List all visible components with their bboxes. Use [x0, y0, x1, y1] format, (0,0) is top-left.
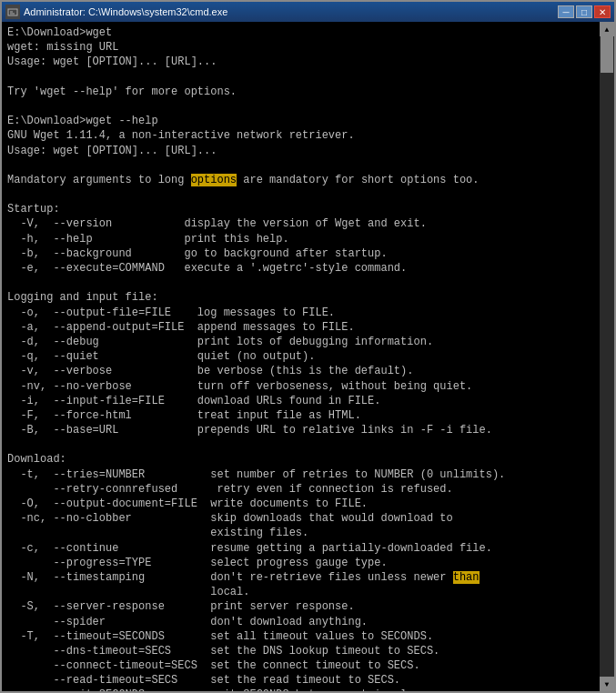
cmd-icon	[5, 5, 20, 19]
cmd-window: Administrator: C:\Windows\system32\cmd.e…	[0, 0, 616, 693]
terminal-area: E:\Download>wget wget: missing URL Usage…	[2, 22, 614, 691]
terminal-output[interactable]: E:\Download>wget wget: missing URL Usage…	[2, 22, 600, 691]
scrollbar-up-button[interactable]: ▲	[600, 22, 614, 36]
terminal-text: E:\Download>wget wget: missing URL Usage…	[7, 26, 531, 691]
scrollbar-down-button[interactable]: ▼	[600, 677, 614, 691]
maximize-button[interactable]: □	[576, 5, 592, 18]
title-bar-buttons: ─ □ ✕	[558, 5, 611, 18]
minimize-button[interactable]: ─	[558, 5, 574, 18]
title-bar: Administrator: C:\Windows\system32\cmd.e…	[2, 2, 614, 22]
scrollbar-track[interactable]	[600, 36, 614, 677]
scrollbar-thumb[interactable]	[601, 36, 613, 73]
scrollbar: ▲ ▼	[600, 22, 614, 691]
close-button[interactable]: ✕	[594, 5, 611, 18]
window-title: Administrator: C:\Windows\system32\cmd.e…	[24, 6, 227, 17]
title-bar-left: Administrator: C:\Windows\system32\cmd.e…	[5, 5, 227, 19]
